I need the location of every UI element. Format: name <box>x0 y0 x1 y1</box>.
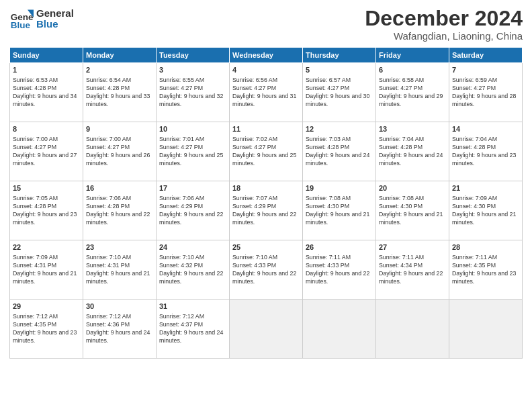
calendar-day-cell: 20Sunrise: 7:08 AMSunset: 4:30 PMDayligh… <box>376 181 449 240</box>
calendar-day-cell: 29Sunrise: 7:12 AMSunset: 4:35 PMDayligh… <box>10 300 83 359</box>
calendar-week-row: 8Sunrise: 7:00 AMSunset: 4:27 PMDaylight… <box>10 122 523 181</box>
calendar-day-header: Friday <box>376 48 449 63</box>
calendar-day-cell: 22Sunrise: 7:09 AMSunset: 4:31 PMDayligh… <box>10 240 83 300</box>
day-number: 29 <box>13 302 80 312</box>
cell-info: Sunrise: 6:58 AMSunset: 4:27 PMDaylight:… <box>379 77 446 109</box>
calendar-day-cell: 3Sunrise: 6:55 AMSunset: 4:27 PMDaylight… <box>157 63 230 122</box>
cell-info: Sunrise: 7:08 AMSunset: 4:30 PMDaylight:… <box>379 195 446 227</box>
calendar-day-cell: 27Sunrise: 7:11 AMSunset: 4:34 PMDayligh… <box>376 240 449 300</box>
day-number: 28 <box>452 242 519 253</box>
day-number: 4 <box>232 65 300 75</box>
calendar-day-header: Saturday <box>449 48 523 63</box>
day-number: 26 <box>306 242 373 253</box>
day-number: 7 <box>452 65 519 75</box>
calendar-day-cell: 16Sunrise: 7:06 AMSunset: 4:28 PMDayligh… <box>83 181 157 240</box>
day-number: 2 <box>86 65 153 75</box>
cell-info: Sunrise: 7:11 AMSunset: 4:35 PMDaylight:… <box>452 254 519 286</box>
calendar-day-cell: 7Sunrise: 6:59 AMSunset: 4:27 PMDaylight… <box>449 63 523 122</box>
calendar-header-row: SundayMondayTuesdayWednesdayThursdayFrid… <box>10 48 523 63</box>
calendar-day-cell: 13Sunrise: 7:04 AMSunset: 4:28 PMDayligh… <box>376 122 449 181</box>
calendar-day-cell <box>230 300 303 359</box>
cell-info: Sunrise: 7:08 AMSunset: 4:30 PMDaylight:… <box>306 195 373 227</box>
day-number: 25 <box>232 242 300 253</box>
day-number: 30 <box>86 302 153 312</box>
calendar-day-cell: 12Sunrise: 7:03 AMSunset: 4:28 PMDayligh… <box>303 122 376 181</box>
cell-info: Sunrise: 7:10 AMSunset: 4:32 PMDaylight:… <box>159 254 226 286</box>
calendar-day-cell: 18Sunrise: 7:07 AMSunset: 4:29 PMDayligh… <box>230 181 303 240</box>
calendar-day-cell: 1Sunrise: 6:53 AMSunset: 4:28 PMDaylight… <box>10 63 83 122</box>
day-number: 9 <box>86 124 153 134</box>
calendar-day-header: Wednesday <box>230 48 303 63</box>
calendar-day-cell: 15Sunrise: 7:05 AMSunset: 4:28 PMDayligh… <box>10 181 83 240</box>
day-number: 6 <box>379 65 446 75</box>
calendar-day-cell: 6Sunrise: 6:58 AMSunset: 4:27 PMDaylight… <box>376 63 449 122</box>
cell-info: Sunrise: 7:07 AMSunset: 4:29 PMDaylight:… <box>232 195 300 227</box>
calendar-day-header: Sunday <box>10 48 83 63</box>
day-number: 27 <box>379 242 446 253</box>
calendar-week-row: 29Sunrise: 7:12 AMSunset: 4:35 PMDayligh… <box>10 300 523 359</box>
cell-info: Sunrise: 6:53 AMSunset: 4:28 PMDaylight:… <box>13 77 80 109</box>
cell-info: Sunrise: 7:00 AMSunset: 4:27 PMDaylight:… <box>13 136 80 168</box>
cell-info: Sunrise: 7:04 AMSunset: 4:28 PMDaylight:… <box>379 136 446 168</box>
calendar-day-cell: 26Sunrise: 7:11 AMSunset: 4:33 PMDayligh… <box>303 240 376 300</box>
cell-info: Sunrise: 7:12 AMSunset: 4:36 PMDaylight:… <box>86 313 153 345</box>
day-number: 1 <box>13 65 80 75</box>
calendar-day-cell: 19Sunrise: 7:08 AMSunset: 4:30 PMDayligh… <box>303 181 376 240</box>
calendar-day-cell: 28Sunrise: 7:11 AMSunset: 4:35 PMDayligh… <box>449 240 523 300</box>
cell-info: Sunrise: 7:02 AMSunset: 4:27 PMDaylight:… <box>232 136 300 168</box>
day-number: 12 <box>306 124 373 134</box>
calendar-day-cell: 9Sunrise: 7:00 AMSunset: 4:27 PMDaylight… <box>83 122 157 181</box>
calendar-day-cell: 17Sunrise: 7:06 AMSunset: 4:29 PMDayligh… <box>157 181 230 240</box>
calendar-day-cell: 5Sunrise: 6:57 AMSunset: 4:27 PMDaylight… <box>303 63 376 122</box>
calendar-day-cell <box>376 300 449 359</box>
cell-info: Sunrise: 7:04 AMSunset: 4:28 PMDaylight:… <box>452 136 519 168</box>
calendar-day-header: Monday <box>83 48 157 63</box>
cell-info: Sunrise: 7:09 AMSunset: 4:31 PMDaylight:… <box>13 254 80 286</box>
logo-line2: Blue <box>36 19 74 30</box>
cell-info: Sunrise: 7:11 AMSunset: 4:33 PMDaylight:… <box>306 254 373 286</box>
cell-info: Sunrise: 7:09 AMSunset: 4:30 PMDaylight:… <box>452 195 519 227</box>
day-number: 23 <box>86 242 153 253</box>
day-number: 21 <box>452 183 519 193</box>
calendar-day-cell: 4Sunrise: 6:56 AMSunset: 4:27 PMDaylight… <box>230 63 303 122</box>
cell-info: Sunrise: 6:55 AMSunset: 4:27 PMDaylight:… <box>159 77 226 109</box>
calendar-day-cell: 10Sunrise: 7:01 AMSunset: 4:27 PMDayligh… <box>157 122 230 181</box>
day-number: 19 <box>306 183 373 193</box>
calendar-day-cell: 23Sunrise: 7:10 AMSunset: 4:31 PMDayligh… <box>83 240 157 300</box>
cell-info: Sunrise: 7:06 AMSunset: 4:29 PMDaylight:… <box>159 195 226 227</box>
day-number: 14 <box>452 124 519 134</box>
cell-info: Sunrise: 6:54 AMSunset: 4:28 PMDaylight:… <box>86 77 153 109</box>
day-number: 31 <box>159 302 226 312</box>
day-number: 18 <box>232 183 300 193</box>
calendar-day-cell <box>449 300 523 359</box>
cell-info: Sunrise: 7:10 AMSunset: 4:33 PMDaylight:… <box>232 254 300 286</box>
cell-info: Sunrise: 7:00 AMSunset: 4:27 PMDaylight:… <box>86 136 153 168</box>
calendar-week-row: 22Sunrise: 7:09 AMSunset: 4:31 PMDayligh… <box>10 240 523 300</box>
title-block: December 2024 Wafangdian, Liaoning, Chin… <box>365 7 523 42</box>
cell-info: Sunrise: 6:57 AMSunset: 4:27 PMDaylight:… <box>306 77 373 109</box>
cell-info: Sunrise: 7:03 AMSunset: 4:28 PMDaylight:… <box>306 136 373 168</box>
calendar-day-header: Tuesday <box>157 48 230 63</box>
day-number: 8 <box>13 124 80 134</box>
logo-line1: General <box>36 8 74 19</box>
calendar-day-cell: 30Sunrise: 7:12 AMSunset: 4:36 PMDayligh… <box>83 300 157 359</box>
header: General Blue General Blue December 2024 … <box>9 7 523 42</box>
month-title: December 2024 <box>365 7 523 30</box>
day-number: 10 <box>159 124 226 134</box>
day-number: 13 <box>379 124 446 134</box>
calendar-table: SundayMondayTuesdayWednesdayThursdayFrid… <box>9 47 523 359</box>
logo: General Blue General Blue <box>9 7 74 31</box>
calendar-day-cell: 21Sunrise: 7:09 AMSunset: 4:30 PMDayligh… <box>449 181 523 240</box>
calendar-day-cell: 2Sunrise: 6:54 AMSunset: 4:28 PMDaylight… <box>83 63 157 122</box>
cell-info: Sunrise: 7:12 AMSunset: 4:37 PMDaylight:… <box>159 313 226 345</box>
day-number: 17 <box>159 183 226 193</box>
day-number: 5 <box>306 65 373 75</box>
cell-info: Sunrise: 6:56 AMSunset: 4:27 PMDaylight:… <box>232 77 300 109</box>
cell-info: Sunrise: 7:01 AMSunset: 4:27 PMDaylight:… <box>159 136 226 168</box>
calendar-day-cell: 11Sunrise: 7:02 AMSunset: 4:27 PMDayligh… <box>230 122 303 181</box>
cell-info: Sunrise: 7:06 AMSunset: 4:28 PMDaylight:… <box>86 195 153 227</box>
day-number: 15 <box>13 183 80 193</box>
calendar-day-cell: 8Sunrise: 7:00 AMSunset: 4:27 PMDaylight… <box>10 122 83 181</box>
logo-icon: General Blue <box>9 7 34 31</box>
day-number: 20 <box>379 183 446 193</box>
